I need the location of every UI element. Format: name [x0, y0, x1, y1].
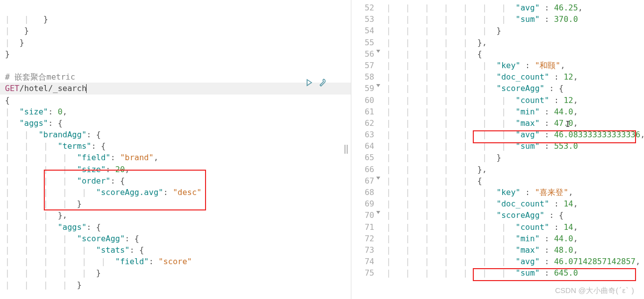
text-cursor-icon: I [565, 118, 570, 130]
fold-icon[interactable] [376, 177, 380, 180]
comment-line: # 嵌套聚合metric [5, 72, 75, 82]
code-line: 70| | | | | | "scoreAgg" : { [351, 209, 644, 221]
fold-icon[interactable] [376, 211, 380, 214]
code-line: 74| | | | | | | "avg" : 46.0714285714285… [351, 256, 644, 267]
pane-drag-handle[interactable]: ‖ [343, 142, 347, 155]
run-icon[interactable] [304, 77, 315, 88]
code-line: 65| | | | | | } [351, 152, 644, 163]
text-cursor [86, 84, 87, 93]
code-line: 68| | | | | | "key" : "喜来登", [351, 187, 644, 198]
code-line: 63| | | | | | | "avg" : 46.0833333333333… [351, 129, 644, 140]
code-line: 55| | | | | }, [351, 37, 644, 48]
request-url: /hotel/_search [19, 83, 87, 94]
code-line: 73| | | | | | | "max" : 48.0, [351, 244, 644, 256]
code-line: 56| | | | | { [351, 48, 644, 60]
code-editor[interactable]: | | } | } | } } # 嵌套聚合metric [0, 2, 351, 83]
watermark: CSDN @大小曲奇(ˊεˋ ) [555, 285, 634, 296]
code-line: 53| | | | | | | "sum" : 370.0 [351, 13, 644, 25]
code-line: 64| | | | | | | "sum" : 553.0 [351, 140, 644, 152]
code-line: 52| | | | | | | "avg" : 46.25, [351, 2, 644, 13]
main-container: | | } | } | } } # 嵌套聚合metric GET /hotel/… [0, 0, 644, 299]
code-line: 59| | | | | | "scoreAgg" : { [351, 83, 644, 94]
code-line: 57| | | | | | "key" : "和颐", [351, 60, 644, 71]
fold-icon[interactable] [376, 50, 380, 53]
code-editor-body[interactable]: { | "size": 0, | "aggs": { | | "brandAgg… [0, 95, 351, 291]
http-method: GET [5, 83, 19, 94]
code-line: 72| | | | | | | "min" : 44.0, [351, 233, 644, 244]
response-pane[interactable]: 52| | | | | | | "avg" : 46.25, 53| | | |… [351, 0, 644, 299]
fold-icon[interactable] [376, 84, 380, 87]
wrench-icon[interactable] [317, 77, 327, 88]
code-line: 54| | | | | | } [351, 25, 644, 36]
code-line: 69| | | | | | "doc_count" : 14, [351, 198, 644, 209]
code-line: 60| | | | | | | "count" : 12, [351, 95, 644, 106]
request-editor-pane[interactable]: | | } | } | } } # 嵌套聚合metric GET /hotel/… [0, 0, 351, 299]
code-line: 71| | | | | | | "count" : 14, [351, 221, 644, 233]
code-line: 66| | | | | }, [351, 164, 644, 175]
request-actions [304, 77, 327, 88]
code-line: 62| | | | | | | "max" : 47.0,I [351, 117, 644, 129]
code-line: 67| | | | | { [351, 175, 644, 187]
code-line: 61| | | | | | | "min" : 44.0, [351, 106, 644, 117]
code-line: 58| | | | | | "doc_count" : 12, [351, 71, 644, 83]
request-line[interactable]: GET /hotel/_search [0, 83, 351, 94]
code-line: 75| | | | | | | "sum" : 645.0 [351, 267, 644, 279]
